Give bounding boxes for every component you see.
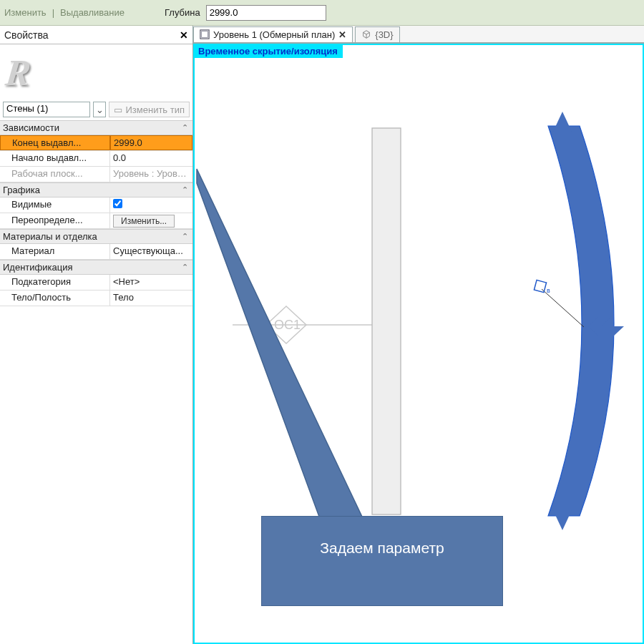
cell-value[interactable]: 2999.0 (110, 135, 192, 150)
callout-pointer (197, 169, 369, 530)
revit-logo-icon: R (4, 52, 33, 94)
cell-value: Уровень : Урове... (110, 167, 192, 182)
annotation-callout: Задаем параметр (261, 516, 503, 606)
cell-value[interactable]: <Нет> (110, 275, 192, 290)
edit-type-button[interactable]: ▭ Изменить тип (109, 102, 190, 117)
group-identity[interactable]: Идентификация (3, 262, 72, 273)
cell-label: Подкатегория (0, 275, 110, 290)
chevron-down-icon[interactable]: ⌄ (93, 102, 106, 117)
row-material[interactable]: Материал Существующа... (0, 244, 192, 260)
cube-icon (361, 29, 371, 39)
wall-element[interactable] (372, 128, 401, 514)
visible-checkbox[interactable] (113, 199, 122, 208)
svg-rect-1 (202, 31, 208, 38)
edit-type-icon: ▭ (114, 104, 122, 115)
row-extrusion-end[interactable]: Конец выдавл... 2999.0 (0, 135, 192, 151)
group-constraints[interactable]: Зависимости (3, 122, 59, 133)
plan-view-icon (200, 29, 210, 39)
group-materials[interactable]: Материалы и отделка (3, 231, 97, 242)
cell-label: Тело/Полость (0, 291, 110, 306)
svg-line-3 (364, 32, 366, 34)
drag-control-icon[interactable]: в (534, 280, 584, 327)
collapse-icon[interactable]: ⌃ (182, 263, 188, 272)
edit-type-label: Изменить тип (125, 104, 185, 115)
close-icon[interactable]: ✕ (180, 29, 188, 41)
depth-label: Глубина (165, 7, 200, 18)
family-thumbnail: R (0, 44, 192, 100)
row-solid-void[interactable]: Тело/Полость Тело (0, 291, 192, 306)
properties-title: Свойства (4, 29, 48, 41)
row-overrides[interactable]: Переопределе... Изменить... (0, 213, 192, 229)
type-selector[interactable]: Стены (1) (3, 102, 90, 117)
row-subcategory[interactable]: Подкатегория <Нет> (0, 275, 192, 291)
collapse-icon[interactable]: ⌃ (182, 185, 188, 195)
svg-text:в: в (547, 287, 550, 294)
drag-arrow-icon[interactable] (552, 509, 572, 530)
tab-3d[interactable]: {3D} (355, 26, 399, 42)
row-visible[interactable]: Видимые (0, 197, 192, 213)
cell-label: Материал (0, 244, 110, 259)
row-extrusion-start[interactable]: Начало выдавл... 0.0 (0, 151, 192, 167)
pipe: | (52, 7, 54, 18)
tab-plan[interactable]: Уровень 1 (Обмерный план) ✕ (193, 26, 353, 42)
callout-text: Задаем параметр (320, 540, 444, 557)
cell-label: Начало выдавл... (0, 151, 110, 166)
grid-label: ОС1 (274, 318, 301, 332)
cell-value[interactable]: 0.0 (110, 151, 192, 166)
depth-input[interactable] (206, 5, 326, 21)
tab-label: Уровень 1 (Обмерный план) (213, 29, 335, 40)
svg-line-4 (366, 32, 369, 34)
drag-arrow-icon[interactable] (552, 112, 572, 133)
close-tab-icon[interactable]: ✕ (338, 29, 346, 40)
cell-label: Переопределе... (0, 213, 110, 228)
group-graphics[interactable]: Графика (3, 185, 40, 195)
svg-line-7 (542, 289, 584, 327)
collapse-icon[interactable]: ⌃ (182, 123, 188, 132)
collapse-icon[interactable]: ⌃ (182, 232, 188, 241)
tab-label: {3D} (375, 29, 393, 40)
cell-value[interactable]: Существующа... (110, 244, 192, 259)
override-edit-button[interactable]: Изменить... (113, 215, 175, 228)
modify-label: Изменить (4, 7, 47, 18)
cell-value[interactable]: Тело (110, 291, 192, 306)
row-work-plane: Рабочая плоск... Уровень : Урове... (0, 167, 192, 182)
extrusion-label: Выдавливание (60, 7, 125, 18)
cell-label: Рабочая плоск... (0, 167, 110, 182)
cell-label: Конец выдавл... (0, 135, 110, 150)
curved-wall-element[interactable] (548, 126, 614, 516)
svg-rect-8 (534, 280, 546, 292)
cell-label: Видимые (0, 197, 110, 213)
